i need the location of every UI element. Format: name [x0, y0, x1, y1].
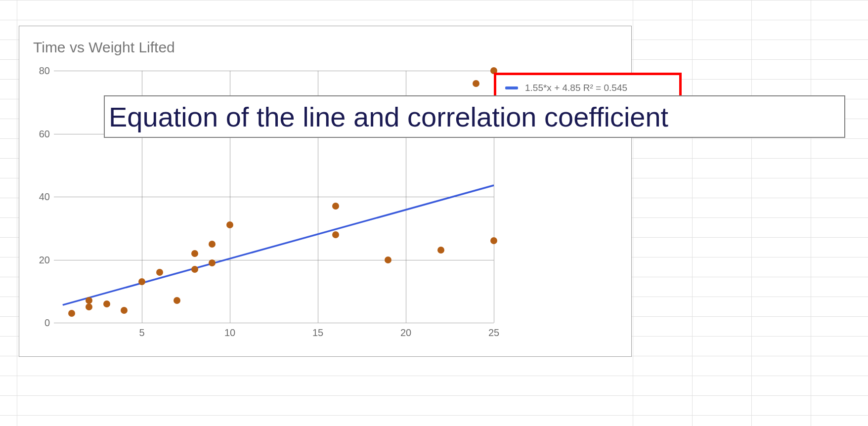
- scatter-point[interactable]: [156, 269, 163, 276]
- scatter-point[interactable]: [209, 259, 216, 266]
- scatter-point[interactable]: [385, 256, 391, 263]
- y-tick-label: 40: [34, 191, 50, 203]
- x-tick-label: 10: [224, 327, 235, 339]
- legend-swatch-icon: [505, 86, 518, 89]
- scatter-point[interactable]: [121, 307, 128, 314]
- scatter-point[interactable]: [209, 241, 216, 248]
- scatter-point[interactable]: [332, 231, 339, 238]
- svg-line-0: [63, 185, 494, 305]
- scatter-point[interactable]: [332, 203, 339, 210]
- x-tick-label: 25: [488, 327, 499, 339]
- scatter-point[interactable]: [226, 221, 233, 228]
- y-tick-label: 80: [34, 65, 50, 77]
- scatter-point[interactable]: [68, 310, 75, 317]
- scatter-point[interactable]: [437, 247, 444, 254]
- chart-container[interactable]: Time vs Weight Lifted 020406080 51015202…: [19, 26, 632, 357]
- scatter-point[interactable]: [191, 266, 198, 273]
- x-tick-label: 20: [400, 327, 411, 339]
- y-tick-label: 60: [34, 128, 50, 139]
- scatter-point[interactable]: [174, 297, 180, 304]
- scatter-point[interactable]: [473, 80, 479, 87]
- scatter-point[interactable]: [86, 303, 92, 310]
- scatter-point[interactable]: [138, 278, 145, 285]
- scatter-point[interactable]: [191, 250, 198, 257]
- y-tick-label: 20: [34, 254, 50, 265]
- annotation-text: Equation of the line and correlation coe…: [109, 101, 668, 133]
- y-tick-label: 0: [34, 317, 50, 329]
- scatter-point[interactable]: [490, 237, 497, 244]
- chart-title: Time vs Weight Lifted: [33, 39, 175, 56]
- scatter-point[interactable]: [103, 300, 110, 307]
- legend-text: 1.55*x + 4.85 R² = 0.545: [525, 83, 627, 93]
- annotation-callout: Equation of the line and correlation coe…: [104, 95, 845, 138]
- x-tick-label: 15: [312, 327, 323, 339]
- x-tick-label: 5: [139, 327, 144, 339]
